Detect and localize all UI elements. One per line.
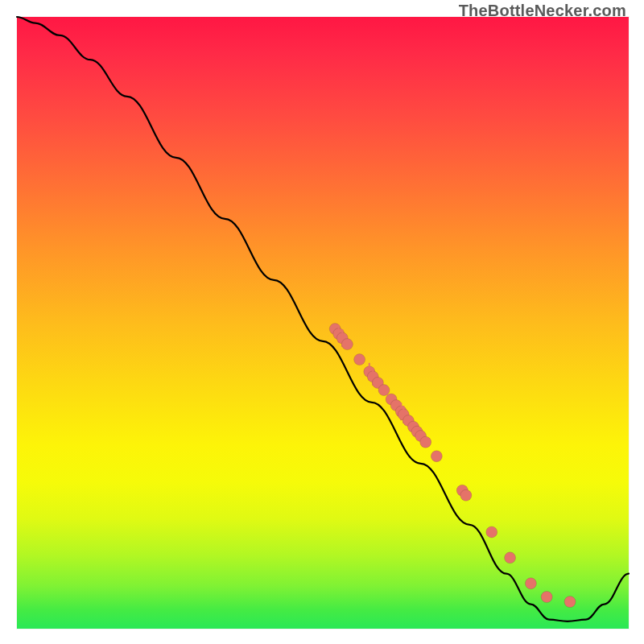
curve-marker	[486, 526, 497, 538]
heatmap-background	[17, 17, 629, 629]
chart-svg	[17, 17, 629, 629]
curve-marker	[525, 578, 536, 589]
curve-marker	[378, 385, 390, 396]
watermark-label: TheBottleNecker.com	[459, 2, 626, 20]
curve-marker	[420, 436, 431, 448]
curve-marker	[431, 451, 442, 462]
curve-marker	[541, 591, 552, 602]
curve-marker	[460, 489, 472, 501]
bottleneck-curve	[17, 17, 629, 621]
chart-stage: TheBottleNecker.com	[0, 0, 644, 644]
curve-marker	[341, 339, 353, 350]
curve-markers	[329, 324, 576, 608]
curve-marker	[564, 597, 576, 608]
curve-marker	[354, 354, 365, 365]
curve-marker	[505, 552, 516, 564]
